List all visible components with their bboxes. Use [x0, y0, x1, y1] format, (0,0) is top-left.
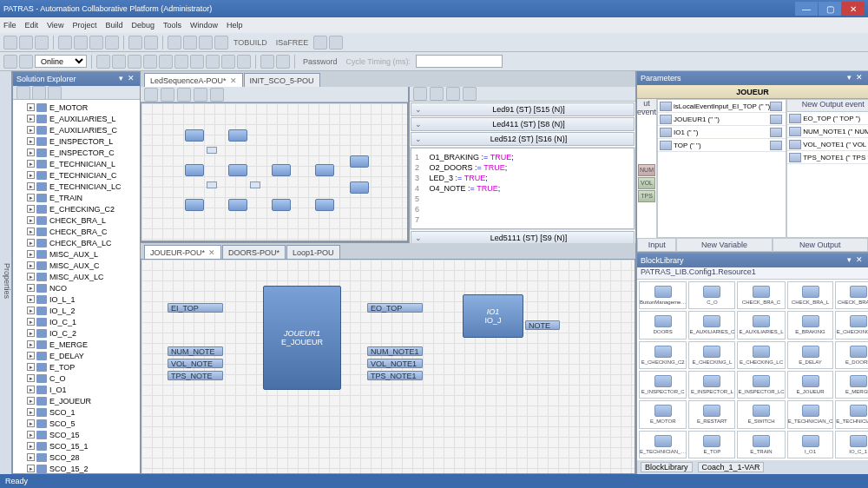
lib-item[interactable]: E_AUXILIARIES_L	[737, 311, 785, 339]
tool-button[interactable]	[143, 55, 157, 69]
sfc-step[interactable]	[350, 181, 369, 194]
tool-button[interactable]	[237, 55, 251, 69]
sfc-step[interactable]	[185, 199, 204, 211]
sfc-step[interactable]	[315, 199, 334, 211]
lib-item[interactable]: E_AUXILIARIES_C	[688, 311, 735, 339]
sfc-canvas[interactable]	[141, 102, 408, 241]
param-item[interactable]: TOP (" ")	[658, 139, 786, 152]
expand-icon[interactable]: ▸	[27, 228, 35, 235]
sfc-step[interactable]	[272, 164, 291, 176]
sfc-step[interactable]	[228, 164, 247, 176]
lib-item[interactable]: E_INSPECTOR_C	[639, 371, 687, 399]
expand-icon[interactable]: ▸	[27, 250, 35, 258]
expand-icon[interactable]: ▸	[27, 182, 35, 190]
tool-button[interactable]	[190, 55, 204, 69]
expand-icon[interactable]: ▸	[27, 397, 35, 405]
tool-button[interactable]	[161, 88, 174, 102]
code-row[interactable]: ⌄Led512 (ST) [S16 (N)]	[411, 132, 635, 146]
lib-item[interactable]: C_O	[688, 281, 735, 309]
param-item[interactable]: VOL_NOTE1 (" VOL ")	[787, 138, 868, 151]
lib-item[interactable]: E_SWITCH	[737, 400, 785, 428]
tool-button[interactable]	[168, 36, 181, 49]
tree-item[interactable]: ▸E_DELAY	[15, 350, 138, 361]
tree-item[interactable]: ▸IO_C_1	[15, 316, 138, 327]
lib-item[interactable]: IO_C_1	[835, 431, 868, 458]
tree-item[interactable]: ▸CHECK_BRA_LC	[15, 237, 138, 248]
tool-button[interactable]	[105, 36, 119, 49]
menu-tools[interactable]: Tools	[163, 21, 181, 30]
block-joueur1[interactable]: JOUEUR1 E_JOUEUR	[263, 286, 341, 390]
fbd-canvas[interactable]: EI_TOP NUM_NOTE VOL_NOTE TPS_NOTE JOUEUR…	[141, 259, 635, 474]
lib-item[interactable]: E_DOORS	[835, 341, 868, 369]
lib-item[interactable]: E_TOP	[688, 431, 735, 458]
tree-item[interactable]: ▸E_AUXILIARIES_C	[15, 124, 138, 135]
tool-button[interactable]	[177, 88, 191, 102]
tool-button[interactable]	[32, 86, 46, 100]
left-event-head[interactable]: ut event	[637, 99, 656, 111]
sfc-transition[interactable]	[207, 147, 217, 154]
tree-item[interactable]: ▸E_MERGE	[15, 339, 138, 350]
menu-project[interactable]: Project	[72, 21, 96, 30]
param-item[interactable]: EO_TOP (" TOP ")	[787, 112, 868, 125]
expand-icon[interactable]: ▸	[27, 431, 35, 439]
expand-icon[interactable]: ▸	[27, 115, 35, 122]
expand-icon[interactable]: ▸	[27, 261, 35, 269]
tree-item[interactable]: ▸E_AUXILIARIES_L	[15, 113, 138, 124]
lib-item[interactable]: I_O1	[787, 431, 834, 458]
pin-tps-note1[interactable]: TPS_NOTE1	[367, 371, 423, 380]
pin-icon[interactable]: ▾	[844, 255, 854, 266]
sfc-step[interactable]	[228, 129, 247, 142]
tool-button[interactable]	[430, 87, 444, 101]
explorer-tree[interactable]: ▸E_MOTOR▸E_AUXILIARIES_L▸E_AUXILIARIES_C…	[13, 100, 140, 473]
lib-item[interactable]: E_CHECKING_C1	[835, 311, 868, 339]
tool-button[interactable]	[48, 86, 62, 100]
tool-button[interactable]	[144, 88, 158, 102]
expand-icon[interactable]: ▸	[27, 216, 35, 224]
lib-item[interactable]: E_INSPECTOR_L	[688, 371, 735, 399]
tool-button[interactable]	[183, 36, 197, 49]
expand-icon[interactable]: ▸	[27, 408, 35, 416]
tab-initsco5[interactable]: INIT_SCO_5-POU	[244, 73, 320, 87]
close-icon[interactable]: ✕	[126, 74, 136, 84]
new-output-button[interactable]: New Output	[773, 238, 868, 252]
pin-tps-note[interactable]: TPS_NOTE	[168, 371, 223, 380]
tool-button[interactable]	[74, 36, 88, 49]
expand-icon[interactable]: ▸	[27, 239, 35, 247]
properties-tab[interactable]: Properties	[0, 71, 12, 474]
tool-button[interactable]	[128, 55, 141, 69]
tree-item[interactable]: ▸E_JOUEUR	[15, 395, 138, 406]
tree-item[interactable]: ▸SCO_1	[15, 406, 138, 418]
menu-view[interactable]: View	[47, 21, 63, 30]
close-icon[interactable]: ✕	[854, 73, 865, 83]
lib-item[interactable]: E_TECHNICIAN_L	[835, 400, 868, 428]
tool-button[interactable]	[112, 55, 126, 69]
coach-var-tab[interactable]: Coach_1_1-VAR	[698, 462, 765, 472]
lib-item[interactable]: E_TRAIN	[737, 431, 785, 458]
sfc-step[interactable]	[228, 199, 247, 211]
tree-item[interactable]: ▸SCO_15_2	[15, 463, 138, 473]
sfc-step[interactable]	[315, 164, 334, 176]
close-button[interactable]: ✕	[842, 2, 865, 16]
param-num[interactable]: NUM	[638, 164, 655, 176]
tool-button[interactable]	[194, 88, 207, 102]
lib-item[interactable]: DOORS	[639, 311, 687, 339]
tree-item[interactable]: ▸SCO_15	[15, 429, 138, 440]
online-combo[interactable]: Online	[35, 55, 87, 68]
pin-icon[interactable]: ▾	[844, 73, 854, 83]
blocklib-tab[interactable]: BlockLibrary	[641, 462, 693, 472]
expand-icon[interactable]: ▸	[27, 148, 35, 156]
code-editor[interactable]: 1 O1_BRAKING := TRUE;2 O2_DOORS := TRUE;…	[411, 148, 635, 229]
minimize-button[interactable]: —	[795, 2, 818, 16]
lib-item[interactable]: E_INSPECTOR_LC	[737, 371, 785, 399]
tree-item[interactable]: ▸IO_L_1	[15, 293, 138, 305]
tree-item[interactable]: ▸E_TRAIN	[15, 192, 138, 203]
expand-icon[interactable]: ▸	[27, 295, 35, 303]
lib-item[interactable]: E_JOUEUR	[787, 371, 834, 399]
expand-icon[interactable]: ▸	[27, 284, 35, 292]
tool-button[interactable]	[463, 87, 477, 101]
expand-icon[interactable]: ▸	[27, 442, 35, 450]
tree-item[interactable]: ▸MISC_AUX_L	[15, 248, 138, 260]
pin-num-note[interactable]: NUM_NOTE	[168, 346, 223, 356]
tool-button[interactable]	[16, 86, 30, 100]
tool-button[interactable]	[89, 36, 103, 49]
